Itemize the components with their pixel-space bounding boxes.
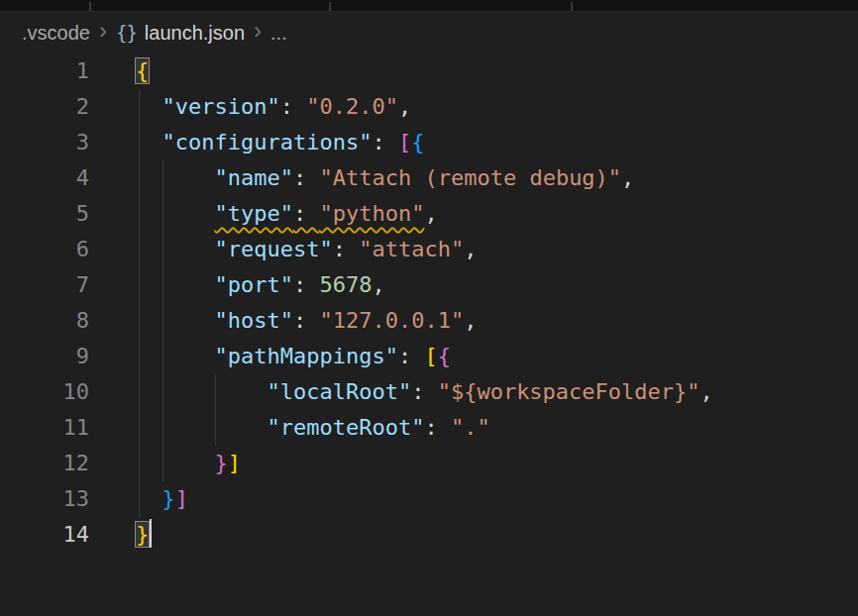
code-token: , <box>424 201 437 226</box>
indent-space <box>136 379 267 404</box>
line-number[interactable]: 7 <box>0 267 89 303</box>
code-token: } <box>162 486 175 511</box>
tab-separator <box>89 2 91 11</box>
code-token: , <box>700 379 713 404</box>
code-token: : <box>293 308 320 333</box>
breadcrumb-symbol-more[interactable]: ... <box>270 22 287 45</box>
indent-space <box>136 451 214 475</box>
indent-guide <box>162 160 163 481</box>
line-number[interactable]: 4 <box>0 160 89 196</box>
code-token: "${workspaceFolder}" <box>438 379 700 404</box>
code-lines: 1{2 "version": "0.2.0",3 "configurations… <box>0 53 858 553</box>
code-text: } <box>89 517 152 553</box>
code-token: "attach" <box>359 237 464 261</box>
tab-separator <box>329 2 331 11</box>
code-text: "version": "0.2.0", <box>89 89 411 125</box>
line-number[interactable]: 9 <box>0 339 89 374</box>
code-token: [ <box>398 130 411 154</box>
line-number[interactable]: 12 <box>0 446 89 481</box>
line-number[interactable]: 5 <box>0 196 89 232</box>
line-number[interactable]: 2 <box>0 89 89 125</box>
line-number[interactable]: 14 <box>0 517 89 553</box>
code-token: { <box>411 130 424 154</box>
line-number[interactable]: 6 <box>0 232 89 267</box>
code-editor[interactable]: 1{2 "version": "0.2.0",3 "configurations… <box>0 53 858 553</box>
code-token: "name" <box>214 165 292 190</box>
code-token: { <box>438 344 451 368</box>
code-token: "request" <box>214 237 332 261</box>
code-token: "version" <box>162 94 280 119</box>
indent-space <box>136 237 214 261</box>
code-token: : <box>293 165 320 190</box>
chevron-right-icon: › <box>99 19 107 47</box>
code-token: "Attach (remote debug)" <box>319 165 621 190</box>
line-number[interactable]: 3 <box>0 125 89 160</box>
code-line[interactable]: 1{ <box>0 53 858 89</box>
code-token: "pathMappings" <box>214 344 397 368</box>
indent-guide <box>139 89 140 517</box>
json-object-icon: {} <box>116 22 137 44</box>
code-line[interactable]: 8 "host": "127.0.0.1", <box>0 303 858 339</box>
code-token: ] <box>228 451 241 475</box>
code-token: { <box>136 58 149 83</box>
indent-space <box>136 344 214 368</box>
breadcrumb-file[interactable]: launch.json <box>145 22 245 45</box>
code-token: : <box>411 379 438 404</box>
code-token: : <box>333 237 360 261</box>
line-number[interactable]: 11 <box>0 410 89 446</box>
code-token: , <box>621 165 634 190</box>
code-line[interactable]: 4 "name": "Attach (remote debug)", <box>0 160 858 196</box>
indent-space <box>136 272 214 297</box>
code-token: , <box>398 94 411 119</box>
code-token: "type" <box>214 201 292 226</box>
code-token: "remoteRoot" <box>267 415 424 440</box>
code-token: } <box>214 451 227 475</box>
indent-space <box>136 201 214 226</box>
line-number[interactable]: 1 <box>0 53 89 89</box>
code-line[interactable]: 7 "port": 5678, <box>0 267 858 303</box>
code-token: ] <box>175 486 188 511</box>
code-line[interactable]: 2 "version": "0.2.0", <box>0 89 858 125</box>
tab-separator <box>571 2 573 11</box>
indent-guide <box>215 374 216 446</box>
code-text: "name": "Attach (remote debug)", <box>89 160 634 196</box>
code-line[interactable]: 13 }] <box>0 481 858 517</box>
line-number[interactable]: 13 <box>0 481 89 517</box>
text-cursor <box>150 519 152 548</box>
breadcrumb-folder[interactable]: .vscode <box>22 22 90 45</box>
code-line[interactable]: 5 "type": "python", <box>0 196 858 232</box>
code-token: "0.2.0" <box>306 94 398 119</box>
code-text: "remoteRoot": "." <box>89 410 490 446</box>
code-token: [ <box>424 344 437 368</box>
breadcrumb: .vscode › {} launch.json › ... <box>0 12 858 53</box>
code-line[interactable]: 9 "pathMappings": [{ <box>0 339 858 374</box>
chevron-right-icon: › <box>254 19 262 47</box>
indent-space <box>136 165 214 190</box>
code-text: "pathMappings": [{ <box>89 339 451 374</box>
code-line[interactable]: 12 }] <box>0 446 858 481</box>
code-text: }] <box>89 446 241 481</box>
code-token: } <box>136 522 149 547</box>
code-line[interactable]: 6 "request": "attach", <box>0 232 858 267</box>
code-token: "python" <box>319 201 424 226</box>
code-text: "host": "127.0.0.1", <box>89 303 477 339</box>
code-line[interactable]: 11 "remoteRoot": "." <box>0 410 858 446</box>
line-number[interactable]: 10 <box>0 374 89 410</box>
code-line[interactable]: 3 "configurations": [{ <box>0 125 858 160</box>
code-token: , <box>464 237 477 261</box>
tab-bar-strip <box>0 0 858 12</box>
code-text: "type": "python", <box>89 196 438 232</box>
code-token: : <box>372 130 398 154</box>
code-token: : <box>293 201 320 226</box>
code-line[interactable]: 14} <box>0 517 858 553</box>
code-token: , <box>464 308 477 333</box>
line-number[interactable]: 8 <box>0 303 89 339</box>
indent-space <box>136 308 214 333</box>
code-token: "." <box>451 415 490 440</box>
code-token: "localRoot" <box>267 379 411 404</box>
code-token: : <box>424 415 451 440</box>
indent-space <box>136 415 267 440</box>
code-token: "127.0.0.1" <box>319 308 464 333</box>
code-line[interactable]: 10 "localRoot": "${workspaceFolder}", <box>0 374 858 410</box>
code-token: : <box>293 272 320 297</box>
